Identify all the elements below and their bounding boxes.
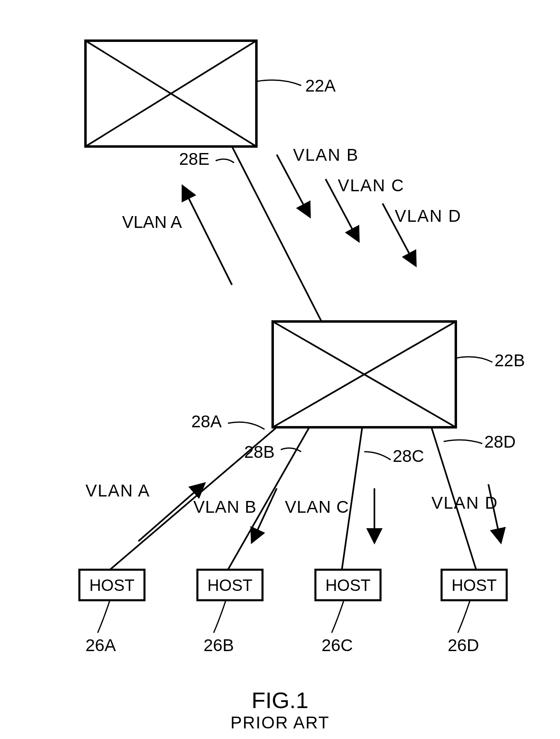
label-vlan-d-bottom: VLAN D [431, 493, 498, 512]
ref-22b: 22B [494, 351, 525, 370]
ref-leader-28b [281, 448, 301, 452]
host-b-label: HOST [207, 576, 252, 594]
switch-22b [273, 321, 456, 427]
host-c: HOST [315, 570, 381, 600]
label-vlan-d-top: VLAN D [395, 206, 462, 225]
switch-22a [85, 41, 256, 146]
ref-26d: 26D [448, 636, 479, 655]
ref-leader-26a [98, 600, 110, 633]
ref-leader-28d [444, 440, 482, 444]
ref-leader-28a [228, 422, 265, 429]
figure-subtitle: PRIOR ART [230, 713, 330, 732]
ref-leader-28c [364, 452, 391, 460]
host-c-label: HOST [325, 576, 370, 594]
label-vlan-c-bottom: VLAN C [285, 497, 349, 516]
figure-1: 22A 28E VLAN A VLAN B VLAN C VLAN D 22B … [0, 0, 560, 739]
ref-26b: 26B [203, 636, 234, 655]
ref-leader-26b [214, 600, 226, 633]
ref-leader-26d [458, 600, 470, 633]
ref-leader-26c [332, 600, 344, 633]
ref-22a: 22A [305, 76, 336, 95]
ref-28e: 28E [179, 149, 210, 168]
ref-28c: 28C [393, 446, 424, 466]
host-b: HOST [197, 570, 262, 600]
ref-26c: 26C [322, 636, 353, 655]
ref-leader-22b [456, 357, 492, 362]
host-d-label: HOST [451, 576, 497, 594]
label-vlan-a-top: VLAN A [122, 212, 182, 232]
figure-title: FIG.1 [252, 687, 308, 713]
host-d: HOST [442, 570, 507, 600]
label-vlan-b-top: VLAN B [293, 145, 359, 164]
label-vlan-a-bottom: VLAN A [85, 481, 150, 500]
ref-leader-22a [256, 80, 301, 85]
host-a-label: HOST [89, 576, 134, 594]
label-vlan-c-top: VLAN C [338, 176, 405, 195]
ref-28a: 28A [191, 412, 222, 431]
link-28e [232, 146, 322, 321]
label-vlan-b-bottom: VLAN B [193, 497, 256, 516]
ref-28b: 28B [244, 442, 275, 461]
ref-28d: 28D [484, 432, 516, 451]
arrow-vlan-a-up [183, 187, 232, 285]
ref-26a: 26A [85, 636, 116, 655]
host-a: HOST [79, 570, 144, 600]
ref-leader-28e [216, 159, 234, 163]
arrow-vlan-d-bottom [488, 484, 501, 541]
